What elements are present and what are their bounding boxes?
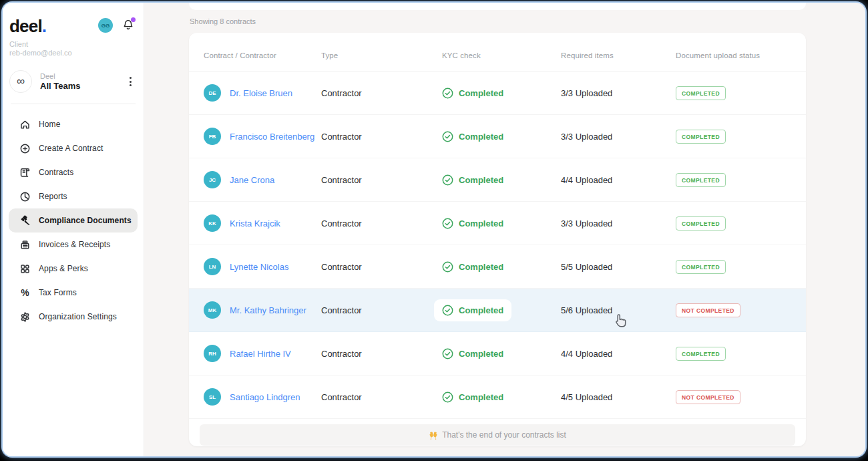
- contractor-name-link[interactable]: Mr. Kathy Bahringer: [230, 305, 306, 315]
- sidebar-divider: [11, 104, 136, 104]
- team-name: All Teams: [40, 81, 124, 91]
- main-content: Showing 8 contracts Contract / Contracto…: [144, 3, 865, 456]
- apps-grid-icon: [19, 263, 31, 275]
- check-circle-icon: [442, 174, 453, 186]
- sidebar-item-label: Home: [39, 120, 60, 129]
- contract-type: Contractor: [321, 349, 442, 359]
- contracts-icon: [19, 167, 31, 178]
- check-circle-icon: [442, 305, 453, 316]
- upload-status-badge: NOT COMPLETED: [676, 303, 740, 317]
- app-window: deel. GG Client reb-demo@deel.co ∞ Deel …: [3, 3, 865, 456]
- sidebar-item-reports[interactable]: Reports: [9, 184, 138, 208]
- contractor-name-link[interactable]: Krista Krajcik: [230, 218, 280, 228]
- table-row[interactable]: KK Krista Krajcik Contractor Completed 3…: [189, 202, 806, 245]
- check-circle-icon: [442, 218, 453, 229]
- column-header-upload-status: Document upload status: [676, 51, 806, 59]
- infinity-icon: ∞: [9, 70, 32, 93]
- contractor-name-link[interactable]: Rafael Hirthe IV: [230, 349, 291, 359]
- sidebar-item-label: Contracts: [39, 168, 73, 177]
- required-items-count: 3/3 Uploaded: [561, 218, 676, 228]
- check-circle-icon: [442, 392, 453, 403]
- sidebar-nav: Home Create A Contract Contracts Reports…: [3, 111, 144, 329]
- contract-type: Contractor: [321, 262, 442, 272]
- sidebar-item-apps-grid[interactable]: Apps & Perks: [9, 257, 138, 281]
- notification-dot: [131, 17, 136, 22]
- client-role-label: Client: [3, 35, 144, 48]
- user-avatar[interactable]: GG: [98, 18, 113, 33]
- client-email: reb-demo@deel.co: [3, 48, 144, 57]
- contractor-avatar: RH: [204, 345, 221, 362]
- contract-type: Contractor: [321, 392, 442, 402]
- search-bar-remnant: [189, 3, 806, 10]
- raising-hands-icon: [429, 431, 438, 440]
- invoices-icon: [19, 239, 31, 251]
- check-circle-icon: [442, 261, 453, 273]
- table-row[interactable]: FB Francisco Breitenberg Contractor Comp…: [189, 115, 806, 158]
- kyc-status-text: Completed: [459, 88, 503, 98]
- home-icon: [19, 119, 31, 130]
- table-row[interactable]: LN Lynette Nicolas Contractor Completed …: [189, 245, 806, 289]
- column-header-type: Type: [321, 51, 442, 59]
- end-of-list-banner: That's the end of your contracts list: [200, 424, 795, 446]
- table-row[interactable]: DE Dr. Eloise Bruen Contractor Completed…: [189, 71, 806, 115]
- contract-type: Contractor: [321, 88, 442, 98]
- upload-status-badge: COMPLETED: [676, 130, 726, 144]
- contractor-name-link[interactable]: Francisco Breitenberg: [230, 132, 314, 142]
- sidebar-item-label: Tax Forms: [39, 288, 77, 297]
- upload-status-badge: COMPLETED: [676, 260, 726, 274]
- check-circle-icon: [442, 348, 453, 359]
- contractor-name-link[interactable]: Jane Crona: [230, 175, 274, 185]
- kyc-status-text: Completed: [459, 349, 503, 359]
- contracts-table-card: Contract / Contractor Type KYC check Req…: [189, 33, 806, 446]
- contractor-avatar: DE: [204, 84, 221, 102]
- contract-type: Contractor: [321, 175, 442, 185]
- tax-percent-icon: %: [19, 287, 31, 299]
- team-org-label: Deel: [40, 72, 124, 80]
- settings-gear-icon: [19, 311, 31, 323]
- required-items-count: 4/4 Uploaded: [561, 349, 676, 359]
- sidebar-item-settings-gear[interactable]: Organization Settings: [9, 305, 138, 329]
- contract-type: Contractor: [321, 305, 442, 315]
- sidebar-item-compliance-gavel[interactable]: Compliance Documents: [9, 208, 138, 233]
- table-row[interactable]: RH Rafael Hirthe IV Contractor Completed…: [189, 332, 806, 375]
- kyc-status-text: Completed: [459, 392, 503, 402]
- contractor-name-link[interactable]: Dr. Eloise Bruen: [230, 88, 292, 98]
- compliance-gavel-icon: [19, 215, 31, 226]
- required-items-count: 4/4 Uploaded: [561, 175, 676, 185]
- kyc-status-text: Completed: [459, 132, 503, 142]
- upload-status-badge: NOT COMPLETED: [676, 390, 740, 404]
- contractor-name-link[interactable]: Santiago Lindgren: [230, 392, 300, 402]
- table-row[interactable]: JC Jane Crona Contractor Completed 4/4 U…: [189, 158, 806, 202]
- sidebar-item-label: Compliance Documents: [39, 216, 132, 225]
- create-contract-icon: [19, 143, 31, 154]
- sidebar-item-invoices[interactable]: Invoices & Receipts: [9, 233, 138, 257]
- sidebar-item-contracts[interactable]: Contracts: [9, 160, 138, 184]
- check-circle-icon: [442, 131, 453, 142]
- reports-icon: [19, 191, 31, 202]
- contractor-avatar: LN: [204, 258, 221, 275]
- column-header-kyc: KYC check: [442, 51, 561, 59]
- sidebar-item-create-contract[interactable]: Create A Contract: [9, 136, 138, 160]
- required-items-count: 5/6 Uploaded: [561, 305, 676, 315]
- contractor-avatar: JC: [204, 171, 221, 188]
- table-row[interactable]: MK Mr. Kathy Bahringer Contractor Comple…: [189, 289, 806, 332]
- upload-status-badge: COMPLETED: [676, 173, 726, 187]
- team-switcher[interactable]: ∞ Deel All Teams: [9, 70, 137, 93]
- check-circle-icon: [442, 88, 453, 99]
- required-items-count: 5/5 Uploaded: [561, 262, 676, 272]
- sidebar-item-home[interactable]: Home: [9, 112, 138, 136]
- contractor-name-link[interactable]: Lynette Nicolas: [230, 262, 288, 272]
- kyc-status-text: Completed: [459, 305, 503, 315]
- kyc-status-text: Completed: [459, 218, 503, 228]
- upload-status-badge: COMPLETED: [676, 347, 726, 361]
- column-header-required-items: Required items: [561, 51, 676, 59]
- notifications-bell-icon[interactable]: [122, 19, 134, 33]
- table-header-row: Contract / Contractor Type KYC check Req…: [189, 33, 806, 71]
- contractor-avatar: SL: [204, 388, 221, 406]
- sidebar-item-tax-percent[interactable]: % Tax Forms: [9, 281, 138, 305]
- table-row[interactable]: SL Santiago Lindgren Contractor Complete…: [189, 375, 806, 419]
- team-menu-kebab-icon[interactable]: [124, 74, 137, 89]
- sidebar-item-label: Reports: [39, 192, 67, 201]
- contractor-avatar: MK: [204, 301, 221, 319]
- end-of-list-text: That's the end of your contracts list: [442, 430, 566, 440]
